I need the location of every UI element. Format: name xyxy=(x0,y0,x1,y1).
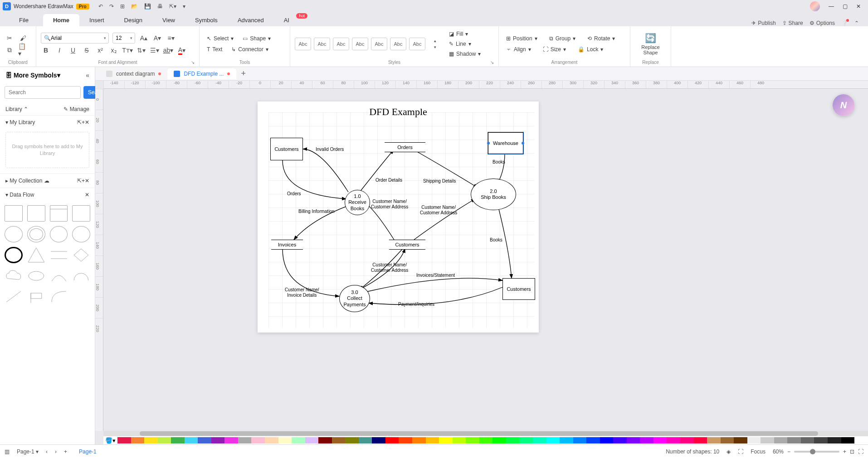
undo-icon[interactable]: ↶ xyxy=(98,3,103,10)
canvas[interactable]: DFD Example xyxy=(103,89,868,431)
dataflow-section[interactable]: ▾ Data Flow xyxy=(5,192,34,198)
shape-cloud[interactable] xyxy=(5,268,23,284)
close-icon[interactable]: ✕ xyxy=(852,3,865,10)
process-ship-books[interactable]: 2.0Ship Books xyxy=(471,178,516,210)
shape-flag[interactable] xyxy=(27,289,45,305)
color-swatch[interactable] xyxy=(627,437,640,444)
shape-triangle[interactable] xyxy=(27,247,45,263)
color-swatch[interactable] xyxy=(265,437,278,444)
new-icon[interactable]: ⊞ xyxy=(120,3,125,10)
text-tool[interactable]: T Text xyxy=(204,45,225,54)
mylib-add-icon[interactable]: + xyxy=(82,119,85,125)
color-swatch[interactable] xyxy=(653,437,667,444)
next-page-icon[interactable]: › xyxy=(55,448,57,455)
shape-circle2[interactable] xyxy=(50,226,68,242)
save-icon[interactable]: 💾 xyxy=(144,3,151,10)
color-swatch[interactable] xyxy=(426,437,439,444)
replace-shape-button[interactable]: 🔄Replace Shape xyxy=(635,31,666,57)
mylib-import-icon[interactable]: ⇱ xyxy=(77,119,82,125)
color-swatch[interactable] xyxy=(372,437,385,444)
color-swatch[interactable] xyxy=(278,437,292,444)
mylibrary-section[interactable]: ▾ My Library xyxy=(5,119,35,125)
color-swatch[interactable] xyxy=(117,437,131,444)
fit-page-icon[interactable]: ⊡ xyxy=(850,448,854,455)
size-dropdown[interactable]: ⛶ Size ▾ xyxy=(540,45,569,54)
user-avatar[interactable] xyxy=(810,1,820,11)
menu-file[interactable]: File xyxy=(9,14,39,26)
color-swatch[interactable] xyxy=(305,437,319,444)
style-preset-1[interactable]: Abc xyxy=(295,38,311,50)
color-swatch[interactable] xyxy=(667,437,680,444)
minimize-icon[interactable]: — xyxy=(824,3,838,10)
store-customers[interactable]: Customers xyxy=(389,240,425,250)
color-swatch[interactable] xyxy=(573,437,587,444)
fullscreen-icon[interactable]: ⛶ xyxy=(858,448,863,455)
focus-mode-icon[interactable]: ⛶ xyxy=(738,448,743,455)
color-swatch[interactable] xyxy=(131,437,145,444)
shape-tool[interactable]: ▭ Shape ▾ xyxy=(240,34,273,43)
color-swatch[interactable] xyxy=(224,437,238,444)
add-page-icon[interactable]: + xyxy=(64,448,67,455)
color-swatch[interactable] xyxy=(694,437,707,444)
focus-label[interactable]: Focus xyxy=(751,448,766,455)
font-family-dropdown[interactable]: 🔍 Arial xyxy=(41,33,109,43)
shape-circle3[interactable] xyxy=(72,226,90,242)
shape-curve[interactable] xyxy=(50,268,68,284)
color-swatch[interactable] xyxy=(318,437,332,444)
connector-tool[interactable]: ↳ Connector ▾ xyxy=(229,45,271,54)
highlight-icon[interactable]: ab▾ xyxy=(163,45,173,55)
qat-more-icon[interactable]: ▾ xyxy=(183,3,185,10)
color-swatch[interactable] xyxy=(613,437,627,444)
position-dropdown[interactable]: ⊞ Position ▾ xyxy=(503,34,540,43)
shape-rect[interactable] xyxy=(5,205,23,222)
color-swatch[interactable] xyxy=(238,437,252,444)
color-swatch[interactable] xyxy=(345,437,359,444)
color-swatch[interactable] xyxy=(144,437,158,444)
color-swatch[interactable] xyxy=(466,437,479,444)
zoom-level[interactable]: 60% xyxy=(773,448,784,455)
rotate-dropdown[interactable]: ⟲ Rotate ▾ xyxy=(585,34,618,43)
drop-area[interactable]: Drag symbols here to add to My Library xyxy=(5,132,89,168)
style-prev-icon[interactable]: ▴ xyxy=(430,38,440,43)
color-swatch[interactable] xyxy=(747,437,761,444)
publish-button[interactable]: ✈ Publish xyxy=(751,20,775,26)
color-swatch[interactable] xyxy=(586,437,600,444)
menu-insert[interactable]: Insert xyxy=(79,14,114,26)
color-swatch[interactable] xyxy=(533,437,546,444)
style-preset-3[interactable]: Abc xyxy=(333,38,349,50)
page-tab[interactable]: Page-1 xyxy=(74,447,101,457)
share-button[interactable]: ⇪ Share xyxy=(782,20,803,26)
color-swatch[interactable] xyxy=(707,437,721,444)
doctab-context-diagram[interactable]: context diagram xyxy=(100,68,167,79)
color-swatch[interactable] xyxy=(680,437,694,444)
shape-rect2[interactable] xyxy=(27,205,45,222)
options-button[interactable]: ⚙ Options xyxy=(809,20,835,26)
lock-dropdown[interactable]: 🔒 Lock ▾ xyxy=(575,45,606,54)
entity-warehouse[interactable]: Warehouse xyxy=(488,132,523,154)
shape-circle[interactable] xyxy=(5,226,23,242)
select-tool[interactable]: ↖ Select ▾ xyxy=(204,34,236,43)
color-swatch[interactable] xyxy=(251,437,265,444)
mycollection-section[interactable]: ▸ My Collection ☁ xyxy=(5,178,49,184)
color-swatch[interactable] xyxy=(721,437,734,444)
manage-link[interactable]: ✎ Manage xyxy=(63,106,89,112)
collapse-ribbon-icon[interactable]: ⌃ xyxy=(854,20,859,26)
align-horiz-icon[interactable]: ≡▾ xyxy=(166,33,176,43)
color-swatch[interactable] xyxy=(185,437,198,444)
mycoll-import-icon[interactable]: ⇱ xyxy=(77,178,82,184)
redo-icon[interactable]: ↷ xyxy=(109,3,114,10)
doctab-dfd-example[interactable]: DFD Example ... xyxy=(167,68,236,79)
color-swatch[interactable] xyxy=(814,437,828,444)
color-swatch[interactable] xyxy=(453,437,466,444)
align-dropdown[interactable]: ⫟ Align ▾ xyxy=(503,45,534,54)
paste-icon[interactable]: 📋▾ xyxy=(18,45,28,55)
bullets-icon[interactable]: ☰▾ xyxy=(150,45,160,55)
subscript-icon[interactable]: x₂ xyxy=(109,45,119,55)
shape-double-circle[interactable] xyxy=(27,226,45,242)
entity-customers-1[interactable]: Customers xyxy=(270,138,303,160)
shape-rect3[interactable] xyxy=(72,205,90,222)
decrease-font-icon[interactable]: A▾ xyxy=(152,33,162,43)
zoom-in-icon[interactable]: + xyxy=(843,448,846,455)
color-swatch[interactable] xyxy=(198,437,211,444)
color-swatch[interactable] xyxy=(439,437,453,444)
